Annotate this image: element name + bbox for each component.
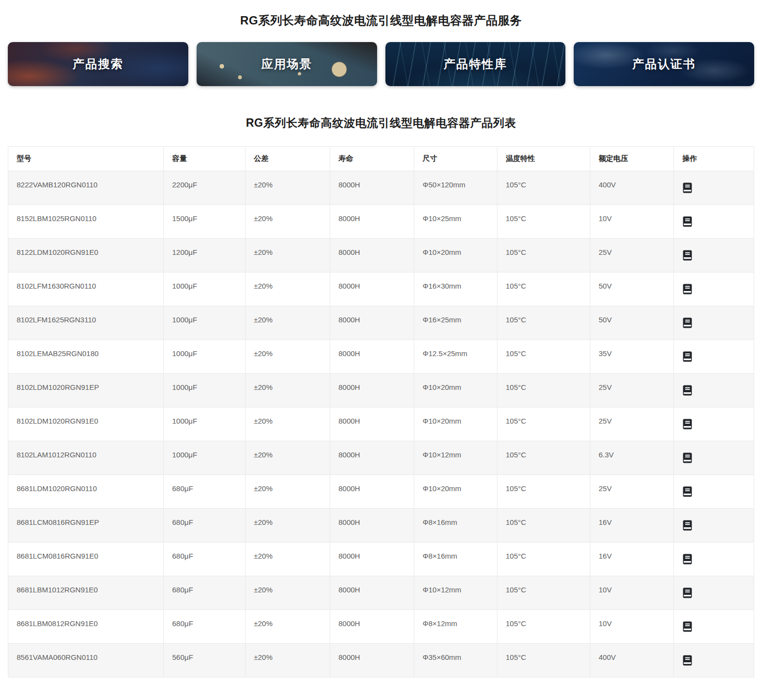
view-detail-button[interactable] — [682, 621, 693, 632]
cell-size: Φ10×20mm — [414, 407, 497, 441]
cell-model: 8681LBM0812RGN91E0 — [8, 610, 164, 644]
view-detail-button[interactable] — [682, 520, 693, 531]
cell-temperature: 105°C — [497, 171, 590, 205]
cell-life: 8000H — [330, 542, 414, 576]
view-detail-button[interactable] — [682, 419, 693, 429]
cell-temperature: 105°C — [497, 475, 590, 509]
cell-capacity: 1000μF — [164, 272, 246, 306]
cell-operation — [674, 306, 754, 340]
cell-voltage: 10V — [590, 610, 674, 644]
view-detail-button[interactable] — [682, 385, 693, 396]
cell-voltage: 50V — [590, 306, 674, 340]
book-icon — [682, 250, 693, 261]
cell-tolerance: ±20% — [246, 205, 330, 239]
table-row: 8681LBM0812RGN91E0 680μF ±20% 8000H Φ8×1… — [8, 610, 754, 644]
cell-size: Φ16×25mm — [414, 306, 497, 340]
cell-temperature: 105°C — [497, 407, 590, 441]
cell-life: 8000H — [330, 272, 414, 306]
cell-capacity: 1000μF — [164, 407, 246, 441]
cell-temperature: 105°C — [497, 374, 590, 407]
cell-model: 8102LFM1625RGN3110 — [8, 306, 164, 340]
cell-operation — [674, 576, 754, 610]
nav-card-application-scenes[interactable]: 应用场景 — [197, 42, 377, 86]
cell-operation — [674, 441, 754, 475]
view-detail-button[interactable] — [682, 351, 693, 362]
cell-model: 8102LDM1020RGN91EP — [8, 374, 164, 407]
cell-voltage: 6.3V — [590, 441, 674, 475]
cell-operation — [674, 272, 754, 306]
view-detail-button[interactable] — [682, 284, 693, 294]
book-icon — [682, 284, 693, 294]
book-icon — [682, 520, 693, 531]
cell-voltage: 400V — [590, 644, 674, 677]
cell-operation — [674, 407, 754, 441]
nav-card-product-certificates[interactable]: 产品认证书 — [574, 42, 754, 86]
book-icon — [682, 216, 693, 227]
table-row: 8681LCM0816RGN91EP 680μF ±20% 8000H Φ8×1… — [8, 509, 754, 542]
cell-life: 8000H — [330, 306, 414, 340]
cell-voltage: 400V — [590, 171, 674, 205]
cell-size: Φ10×25mm — [414, 205, 497, 239]
table-row: 8681LDM1020RGN0110 680μF ±20% 8000H Φ10×… — [8, 475, 754, 509]
cell-capacity: 2200μF — [164, 171, 246, 205]
cell-capacity: 680μF — [164, 542, 246, 576]
view-detail-button[interactable] — [682, 554, 693, 565]
cell-tolerance: ±20% — [246, 509, 330, 542]
view-detail-button[interactable] — [682, 587, 693, 598]
cell-life: 8000H — [330, 475, 414, 509]
column-header-temperature: 温度特性 — [497, 147, 590, 171]
cell-capacity: 680μF — [164, 576, 246, 610]
view-detail-button[interactable] — [682, 216, 693, 227]
column-header-life: 寿命 — [330, 147, 414, 171]
cell-life: 8000H — [330, 407, 414, 441]
cell-operation — [674, 171, 754, 205]
column-header-voltage: 额定电压 — [590, 147, 674, 171]
product-table: 型号 容量 公差 寿命 尺寸 温度特性 额定电压 操作 8222VAMB120R… — [8, 146, 754, 677]
cell-voltage: 25V — [590, 407, 674, 441]
cell-model: 8681LDM1020RGN0110 — [8, 475, 164, 509]
cell-size: Φ8×12mm — [414, 610, 497, 644]
cell-tolerance: ±20% — [246, 239, 330, 272]
column-header-model: 型号 — [8, 147, 164, 171]
cell-size: Φ35×60mm — [414, 644, 497, 677]
table-row: 8561VAMA060RGN0110 560μF ±20% 8000H Φ35×… — [8, 644, 754, 677]
view-detail-button[interactable] — [682, 182, 693, 193]
book-icon — [682, 655, 693, 666]
table-row: 8102LDM1020RGN91EP 1000μF ±20% 8000H Φ10… — [8, 374, 754, 407]
product-table-body: 8222VAMB120RGN0110 2200μF ±20% 8000H Φ50… — [8, 171, 754, 677]
book-icon — [682, 419, 693, 429]
cell-capacity: 680μF — [164, 509, 246, 542]
cell-tolerance: ±20% — [246, 610, 330, 644]
table-row: 8102LFM1625RGN3110 1000μF ±20% 8000H Φ16… — [8, 306, 754, 340]
view-detail-button[interactable] — [682, 655, 693, 666]
nav-card-label: 产品搜索 — [72, 56, 123, 72]
view-detail-button[interactable] — [682, 486, 693, 497]
cell-life: 8000H — [330, 239, 414, 272]
cell-size: Φ50×120mm — [414, 171, 497, 205]
product-table-container: 型号 容量 公差 寿命 尺寸 温度特性 额定电压 操作 8222VAMB120R… — [8, 146, 754, 677]
cell-capacity: 1000μF — [164, 306, 246, 340]
cell-capacity: 560μF — [164, 644, 246, 677]
view-detail-button[interactable] — [682, 317, 693, 328]
cell-operation — [674, 340, 754, 374]
view-detail-button[interactable] — [682, 452, 693, 463]
cell-tolerance: ±20% — [246, 272, 330, 306]
cell-model: 8102LDM1020RGN91E0 — [8, 407, 164, 441]
cell-model: 8561VAMA060RGN0110 — [8, 644, 164, 677]
book-icon — [682, 621, 693, 632]
nav-card-product-search[interactable]: 产品搜索 — [8, 42, 188, 86]
cell-model: 8152LBM1025RGN0110 — [8, 205, 164, 239]
cell-operation — [674, 239, 754, 272]
cell-voltage: 50V — [590, 272, 674, 306]
cell-operation — [674, 374, 754, 407]
cell-model: 8102LAM1012RGN0110 — [8, 441, 164, 475]
cell-capacity: 1000μF — [164, 340, 246, 374]
column-header-size: 尺寸 — [414, 147, 497, 171]
view-detail-button[interactable] — [682, 250, 693, 261]
book-icon — [682, 182, 693, 193]
cell-temperature: 105°C — [497, 272, 590, 306]
cell-tolerance: ±20% — [246, 576, 330, 610]
column-header-tolerance: 公差 — [246, 147, 330, 171]
nav-card-product-characteristics[interactable]: 产品特性库 — [385, 42, 566, 86]
cell-operation — [674, 610, 754, 644]
